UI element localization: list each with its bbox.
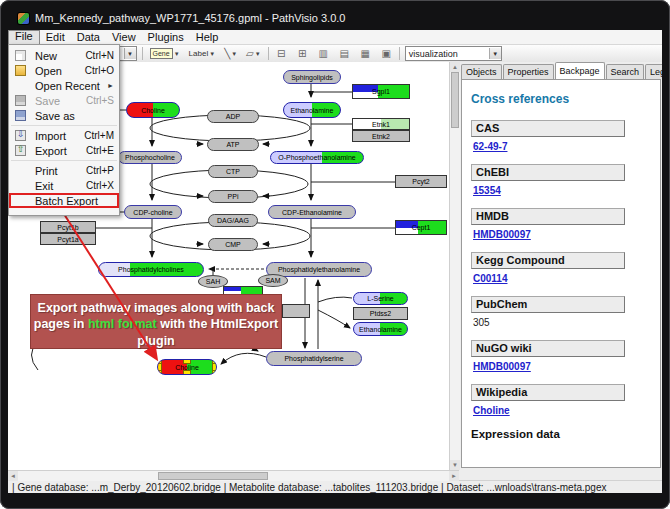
pathway-node-atp[interactable]: ATP: [207, 138, 259, 151]
distribute-vertical-icon[interactable]: ▤: [337, 47, 352, 60]
pathway-node-cept1[interactable]: Cept1: [395, 220, 447, 235]
pathway-node-cdp-ethanolamine[interactable]: CDP-Ethanolamine: [268, 205, 356, 219]
pathway-node-choline[interactable]: Choline: [126, 102, 180, 118]
pathway-node-ethanolamine[interactable]: Ethanolamine: [283, 102, 341, 118]
pathway-node-adp[interactable]: ADP: [207, 110, 259, 123]
pathway-node-phosphocholine[interactable]: Phosphocholine: [118, 151, 182, 164]
pathway-node-pcyt1b[interactable]: Pcyt1b: [40, 221, 96, 233]
tab-backpage[interactable]: Backpage: [555, 62, 605, 79]
menu-item-label: Import: [35, 130, 66, 142]
chevron-down-icon[interactable]: ▼: [231, 51, 237, 57]
title-bar: Mm_Kennedy_pathway_WP1771_45176.gpml - P…: [10, 7, 660, 29]
horizontal-scroll-thumb[interactable]: [158, 472, 268, 480]
pathway-node-unlabeled[interactable]: [282, 304, 310, 318]
menu-item-import[interactable]: ImportCtrl+M: [9, 128, 119, 143]
pathway-node-sphingolipids[interactable]: Sphingolipids: [283, 70, 341, 84]
distribute-horizontal-icon[interactable]: ▥: [316, 47, 331, 60]
pathway-node-pcyt2[interactable]: Pcyt2: [395, 175, 447, 188]
chevron-down-icon[interactable]: ▼: [209, 51, 215, 57]
horizontal-scrollbar[interactable]: ◄ ►: [8, 470, 459, 481]
chevron-down-icon[interactable]: ▼: [255, 51, 261, 57]
same-height-icon[interactable]: ▣: [379, 47, 394, 60]
visualization-combobox[interactable]: visualization ▼: [405, 46, 502, 61]
pathway-node-ctp[interactable]: CTP: [208, 165, 258, 178]
menubar-item-data[interactable]: Data: [71, 31, 106, 44]
pathway-node-choline[interactable]: Choline: [157, 359, 217, 375]
new-label-button[interactable]: Label ▼: [187, 47, 218, 60]
pathway-node-cmp[interactable]: CMP: [208, 238, 258, 251]
tab-objects[interactable]: Objects: [461, 64, 502, 79]
pathway-node-sgpl1[interactable]: Sgpl1: [352, 84, 410, 99]
line-tool-button[interactable]: ╲ ▼: [222, 47, 239, 60]
same-width-icon[interactable]: ▦: [358, 47, 373, 60]
align-middle-icon[interactable]: ⊞: [295, 47, 310, 60]
menubar-item-file[interactable]: File: [8, 30, 40, 45]
xref-link[interactable]: HMDB00097: [473, 229, 651, 240]
gene-node-icon: Gene: [150, 48, 173, 59]
menubar-item-edit[interactable]: Edit: [40, 31, 71, 44]
tab-legend[interactable]: Legend: [645, 64, 662, 79]
pathway-node-etnk1[interactable]: Etnk1: [352, 118, 410, 130]
vertical-scrollbar[interactable]: ▲ ▼: [449, 62, 460, 470]
shape-tool-button[interactable]: ▱ ▼: [244, 47, 263, 60]
toolbar-separator: [399, 47, 400, 60]
pathway-node-l-serine[interactable]: L-Serine: [353, 292, 408, 305]
menu-item-new[interactable]: NewCtrl+N: [9, 48, 119, 63]
backpage-content: Cross references CAS62-49-7ChEBI15354HMD…: [461, 79, 661, 468]
scroll-up-icon[interactable]: ▲: [450, 62, 460, 72]
xref-section-nugo-wiki: NuGO wikiHMDB00097: [471, 340, 651, 372]
pathway-node-cdp-choline[interactable]: CDP-choline: [124, 205, 182, 219]
node-label: Ethanolamine: [359, 326, 402, 333]
chevron-down-icon[interactable]: ▼: [124, 48, 136, 59]
screenshot-stage: Mm_Kennedy_pathway_WP1771_45176.gpml - P…: [0, 0, 670, 509]
xref-link[interactable]: 62-49-7: [473, 141, 651, 152]
menu-item-batch-export[interactable]: Batch Export: [9, 193, 119, 208]
align-center-icon[interactable]: ⊟: [274, 47, 289, 60]
menubar-item-view[interactable]: View: [106, 31, 142, 44]
pathway-node-dag-aag[interactable]: DAG/AAG: [208, 214, 258, 227]
menu-item-label: Save as: [35, 110, 75, 122]
xref-link[interactable]: 15354: [473, 185, 651, 196]
chevron-down-icon[interactable]: ▼: [174, 51, 180, 57]
node-label: DAG/AAG: [217, 217, 249, 224]
pathway-node-pcyt1a[interactable]: Pcyt1a: [40, 233, 96, 245]
toolbar-separator: [142, 47, 143, 60]
xref-source-header: CAS: [471, 120, 625, 137]
pathway-node-phosphatidylserine[interactable]: Phosphatidylserine: [266, 351, 362, 366]
menubar-item-help[interactable]: Help: [190, 31, 225, 44]
import-icon: [15, 130, 26, 141]
file-menu: NewCtrl+NOpenCtrl+OOpen Recent►SaveCtrl+…: [8, 44, 120, 216]
xref-section-hmdb: HMDBHMDB00097: [471, 208, 651, 240]
menu-item-export[interactable]: ExportCtrl+E: [9, 143, 119, 158]
menu-item-save-as[interactable]: Save as: [9, 108, 119, 123]
menu-item-print[interactable]: PrintCtrl+P: [9, 163, 119, 178]
node-label: Cept1: [412, 224, 431, 231]
menubar-item-plugins[interactable]: Plugins: [142, 31, 190, 44]
shape-tool-icon: ▱: [246, 48, 254, 59]
menu-item-save[interactable]: SaveCtrl+S: [9, 93, 119, 108]
xref-link[interactable]: C00114: [473, 273, 651, 284]
menu-item-exit[interactable]: ExitCtrl+X: [9, 178, 119, 193]
pathway-node-o-phosphoethanolamine[interactable]: O-Phosphoethanolamine: [270, 151, 364, 164]
pathway-node-phosphatidylcholines[interactable]: Phosphatidylcholines: [98, 262, 204, 277]
chevron-down-icon[interactable]: ▼: [489, 48, 501, 59]
node-label: SAM: [265, 277, 280, 284]
menu-item-open-recent[interactable]: Open Recent►: [9, 78, 119, 93]
selection-handle[interactable]: [183, 359, 191, 364]
scroll-right-icon[interactable]: ►: [449, 471, 459, 481]
pathway-node-ppi[interactable]: PPi: [208, 190, 258, 203]
xref-link[interactable]: HMDB00097: [473, 361, 651, 372]
vertical-scroll-thumb[interactable]: [451, 72, 459, 128]
selection-handle[interactable]: [183, 370, 191, 375]
tab-search[interactable]: Search: [606, 64, 645, 79]
alignment-button-group: ⊟⊞▥▤▦▣: [274, 47, 394, 60]
xref-link[interactable]: Choline: [473, 405, 651, 416]
scroll-left-icon[interactable]: ◄: [8, 471, 18, 481]
tab-properties[interactable]: Properties: [503, 64, 554, 79]
pathway-node-ptdss2[interactable]: Ptdss2: [353, 307, 408, 320]
pathway-node-etnk2[interactable]: Etnk2: [352, 130, 410, 142]
new-gene-datanode-button[interactable]: Gene ▼: [148, 47, 182, 60]
menu-item-open[interactable]: OpenCtrl+O: [9, 63, 119, 78]
scroll-down-icon[interactable]: ▼: [450, 460, 460, 470]
pathway-node-ethanolamine[interactable]: Ethanolamine: [353, 322, 408, 336]
